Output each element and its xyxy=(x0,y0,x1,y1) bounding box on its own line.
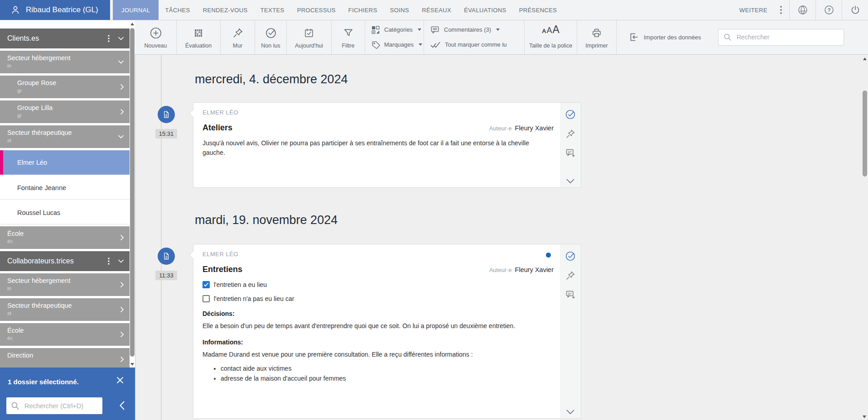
sidebar-header-collaborateurs[interactable]: Collaborateurs.trices xyxy=(0,251,130,271)
entry-client-name: ELMER LÉO xyxy=(203,251,554,258)
search-icon xyxy=(723,33,732,41)
tab-soins[interactable]: SOINS xyxy=(384,0,415,20)
current-user-button[interactable]: Ribaud Beatrice (GL) xyxy=(0,0,110,20)
sidebar-item-groupe-rose[interactable]: Groupe Rose gr xyxy=(0,76,130,98)
globe-www-icon[interactable]: www xyxy=(789,0,815,20)
sidebar-item-elmer-leo[interactable]: Elmer Léo xyxy=(0,150,130,175)
date-header: mercredi, 4. décembre 2024 xyxy=(195,71,581,87)
checkbox-checked[interactable] xyxy=(203,281,210,288)
checkbox-unchecked[interactable] xyxy=(203,295,210,302)
timeline-marker: 11:33 xyxy=(153,248,179,280)
tab-journal[interactable]: JOURNAL xyxy=(113,0,159,20)
comment-icon xyxy=(430,25,440,35)
sidebar-scrollbar[interactable] xyxy=(130,20,135,368)
chevron-down-icon[interactable] xyxy=(118,60,124,64)
scroll-up-arrow[interactable] xyxy=(863,57,867,60)
pin-icon[interactable] xyxy=(565,270,576,281)
help-icon[interactable]: ? xyxy=(815,0,842,20)
entry-section-heading: Informations: xyxy=(203,339,554,346)
unread-button[interactable]: Non lus xyxy=(255,20,287,54)
funnel-icon xyxy=(342,26,354,40)
chevron-right-icon[interactable] xyxy=(120,282,124,288)
add-comment-icon[interactable] xyxy=(565,148,576,158)
chevron-down-icon[interactable] xyxy=(118,259,124,263)
sidebar-item-collab-ecole[interactable]: École éc xyxy=(0,323,130,346)
comments-menu[interactable]: Commentaires (3) xyxy=(430,23,518,37)
sidebar-item-secteur-therapeutique[interactable]: Secteur thérapeutique st xyxy=(0,125,130,148)
tab-reseaux[interactable]: RÉSEAUX xyxy=(415,0,458,20)
marquages-menu[interactable]: Marquages xyxy=(371,38,418,52)
wall-button[interactable]: Mur xyxy=(221,20,255,54)
tab-weitere[interactable]: WEITERE xyxy=(734,0,773,20)
chevron-right-icon[interactable] xyxy=(120,84,124,90)
tab-evaluations[interactable]: ÉVALUATIONS xyxy=(458,0,513,20)
tab-textes[interactable]: TEXTES xyxy=(254,0,291,20)
toolbar-search-input[interactable] xyxy=(736,33,844,41)
power-icon[interactable] xyxy=(842,0,868,20)
current-user-name: Ribaud Beatrice (GL) xyxy=(26,5,98,14)
sidebar-item-secteur-hebergement[interactable]: Secteur hébergement in xyxy=(0,51,130,73)
check-circle-icon[interactable] xyxy=(564,250,576,262)
categories-menu[interactable]: Catégories xyxy=(371,23,418,37)
font-size-button[interactable]: AAA Taille de la police xyxy=(525,20,577,54)
add-comment-icon[interactable] xyxy=(565,289,576,300)
scroll-down-arrow[interactable] xyxy=(863,415,866,418)
sidebar-search-input[interactable] xyxy=(24,402,102,410)
entry-action-rail xyxy=(560,103,581,187)
chevron-down-icon[interactable] xyxy=(118,37,124,41)
mark-all-read-button[interactable]: Tout marquer comme lu xyxy=(430,38,518,52)
selection-panel: 1 dossier sélectionné. xyxy=(0,368,135,420)
import-icon xyxy=(628,32,639,43)
new-entry-button[interactable]: Nouveau xyxy=(135,20,177,54)
chevron-right-icon[interactable] xyxy=(120,306,124,313)
calendar-check-icon xyxy=(303,26,315,40)
print-button[interactable]: Imprimer xyxy=(577,20,617,54)
font-size-icon: AAA xyxy=(542,26,559,40)
filter-button[interactable]: Filtre xyxy=(332,20,365,54)
sidebar-item-roussel-lucas[interactable]: Roussel Lucas xyxy=(0,201,130,224)
categories-icon xyxy=(371,25,380,34)
sidebar-scrollbar-thumb[interactable] xyxy=(130,28,135,357)
chevron-down-icon[interactable] xyxy=(118,135,124,139)
list-item: contact aide aux victimes xyxy=(221,363,554,373)
main-scrollbar[interactable] xyxy=(861,55,868,420)
main-scrollbar-thumb[interactable] xyxy=(863,91,867,177)
sidebar-item-groupe-lilla[interactable]: Groupe Lilla gl xyxy=(0,100,130,123)
tab-fichiers[interactable]: FICHIERS xyxy=(342,0,384,20)
tab-processus[interactable]: PROCESSUS xyxy=(291,0,342,20)
expand-chevron-down-icon[interactable] xyxy=(566,409,575,415)
pin-icon[interactable] xyxy=(565,129,576,139)
chevron-right-icon[interactable] xyxy=(120,234,124,241)
tab-taches[interactable]: TÂCHES xyxy=(159,0,196,20)
kebab-menu-icon[interactable] xyxy=(108,258,110,265)
chevron-right-icon[interactable] xyxy=(120,331,124,338)
evaluation-button[interactable]: Évaluation xyxy=(177,20,221,54)
chevron-left-icon[interactable] xyxy=(119,401,125,410)
chevron-right-icon[interactable] xyxy=(120,356,124,363)
import-data-button[interactable]: Importer des données xyxy=(620,28,709,46)
scroll-down-arrow[interactable] xyxy=(130,363,134,366)
tab-rendez-vous[interactable]: RENDEZ-VOUS xyxy=(197,0,254,20)
sidebar: Clients.es Secteur hébergement in Groupe… xyxy=(0,20,135,420)
tab-presences[interactable]: PRÉSENCES xyxy=(513,0,564,20)
toolbar-search xyxy=(718,29,844,46)
entry-section-text: Elle a besoin d'un peu de temps avant d'… xyxy=(203,321,538,331)
checkbox-label: l'entretien a eu lieu xyxy=(214,281,267,288)
sidebar-item-collab-secteur-hebergement[interactable]: Secteur hébergement in xyxy=(0,273,130,296)
today-button[interactable]: Aujourd'hui xyxy=(287,20,332,54)
chevron-right-icon[interactable] xyxy=(120,109,124,115)
sidebar-item-collab-secteur-therapeutique[interactable]: Secteur thérapeutique st xyxy=(0,298,130,321)
sidebar-tree: Clients.es Secteur hébergement in Groupe… xyxy=(0,29,130,371)
card-notch xyxy=(189,109,197,117)
kebab-menu-icon[interactable] xyxy=(108,35,110,42)
sidebar-item-fontaine-jeanne[interactable]: Fontaine Jeanne xyxy=(0,177,130,200)
sidebar-header-clients[interactable]: Clients.es xyxy=(0,29,130,48)
dropdown-caret xyxy=(418,29,421,31)
pin-icon xyxy=(232,26,244,40)
scroll-up-arrow[interactable] xyxy=(130,23,134,25)
expand-chevron-down-icon[interactable] xyxy=(566,178,575,184)
sidebar-item-ecole[interactable]: École éc xyxy=(0,226,130,249)
kebab-menu-icon[interactable] xyxy=(773,0,789,20)
close-icon[interactable] xyxy=(116,377,124,384)
check-circle-icon[interactable] xyxy=(564,109,576,120)
